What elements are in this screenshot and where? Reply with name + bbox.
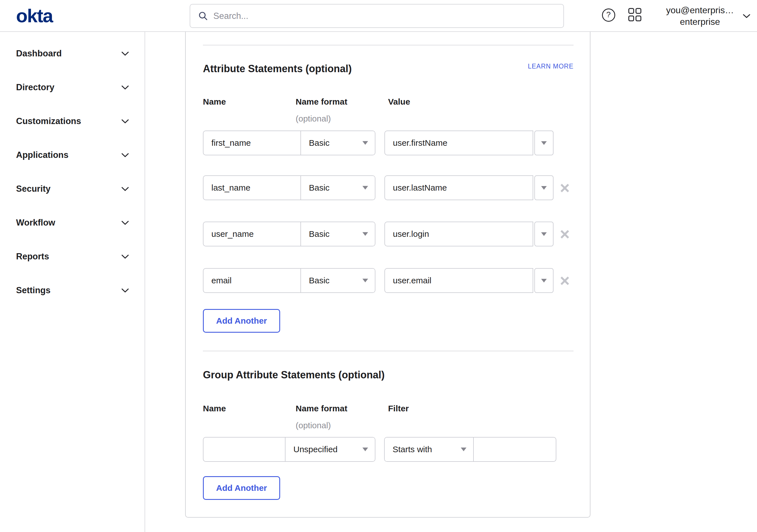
chevron-down-icon (121, 187, 129, 191)
account-menu[interactable]: you@enterpris… enterprise (666, 0, 750, 32)
value-dropdown-button[interactable] (534, 175, 554, 200)
chevron-down-icon (121, 85, 129, 90)
dropdown-arrow-icon (541, 186, 547, 190)
attribute-value-input[interactable] (384, 131, 533, 155)
group-filter-control: Starts with (384, 437, 556, 462)
column-header-filter: Filter (388, 404, 409, 413)
sidebar-item-customizations[interactable]: Customizations (0, 112, 145, 130)
attribute-row: Basic (186, 222, 590, 246)
group-name-format-select[interactable]: Unspecified (286, 438, 375, 461)
add-another-attribute-button[interactable]: Add Another (203, 309, 280, 333)
dropdown-arrow-icon (362, 448, 368, 452)
chevron-down-icon (121, 51, 129, 56)
help-icon: ? (602, 9, 615, 22)
sidebar-item-reports[interactable]: Reports (0, 248, 145, 265)
attribute-name-input[interactable] (203, 131, 301, 155)
sidebar-item-label: Applications (16, 150, 69, 160)
name-format-control: Basic (203, 222, 376, 246)
chevron-down-icon (121, 254, 129, 259)
name-format-select[interactable]: Basic (301, 176, 375, 200)
value-dropdown-button[interactable] (534, 131, 554, 155)
sidebar: Dashboard Directory Customizations Appli… (0, 32, 145, 532)
select-value: Basic (309, 229, 329, 239)
apps-grid-icon (628, 8, 642, 22)
column-header-name-format: Name format (296, 97, 347, 107)
group-attribute-statements-title: Group Attribute Statements (optional) (203, 369, 385, 381)
search-box (190, 4, 564, 28)
dropdown-arrow-icon (362, 232, 368, 236)
name-format-select[interactable]: Basic (301, 131, 375, 155)
column-header-value: Value (388, 97, 410, 107)
help-button[interactable]: ? (601, 8, 616, 22)
sidebar-item-settings[interactable]: Settings (0, 282, 145, 299)
attribute-name-input[interactable] (203, 222, 301, 246)
apps-grid-button[interactable] (628, 7, 642, 22)
remove-row-button[interactable] (560, 275, 570, 286)
sidebar-item-security[interactable]: Security (0, 180, 145, 198)
learn-more-link[interactable]: LEARN MORE (203, 62, 574, 70)
close-icon (560, 229, 570, 240)
sidebar-item-dashboard[interactable]: Dashboard (0, 45, 145, 62)
select-value: Basic (309, 183, 329, 193)
dropdown-arrow-icon (541, 232, 547, 236)
remove-row-button[interactable] (560, 229, 570, 240)
attribute-value-input[interactable] (384, 268, 533, 293)
okta-admin-page: okta ? you@enterpris… enterprise (0, 0, 757, 532)
remove-row-button[interactable] (560, 183, 570, 193)
group-name-format-control: Unspecified (203, 437, 376, 462)
sidebar-item-label: Dashboard (16, 48, 62, 59)
attribute-row: Basic (186, 131, 590, 155)
group-filter-value-input[interactable] (474, 438, 556, 461)
group-filter-type-select[interactable]: Starts with (385, 438, 474, 461)
select-value: Unspecified (293, 445, 338, 454)
chevron-down-icon (121, 220, 129, 225)
column-note-optional: (optional) (296, 421, 331, 430)
dropdown-arrow-icon (362, 141, 368, 145)
search-icon (198, 11, 208, 21)
topbar: okta ? you@enterpris… enterprise (0, 0, 757, 32)
name-format-control: Basic (203, 175, 376, 200)
group-name-input[interactable] (203, 438, 286, 461)
dropdown-arrow-icon (541, 279, 547, 283)
attribute-name-input[interactable] (203, 269, 301, 292)
sidebar-item-label: Reports (16, 251, 49, 262)
sidebar-item-directory[interactable]: Directory (0, 78, 145, 96)
value-dropdown-button[interactable] (534, 268, 554, 293)
group-attribute-row: Unspecified Starts with (186, 437, 590, 462)
account-org: enterprise (666, 16, 734, 28)
attribute-value-input[interactable] (384, 222, 533, 246)
name-format-control: Basic (203, 268, 376, 293)
attribute-name-input[interactable] (203, 176, 301, 200)
name-format-select[interactable]: Basic (301, 222, 375, 246)
saml-settings-card: Attribute Statements (optional) LEARN MO… (185, 32, 590, 517)
search-input[interactable] (213, 11, 557, 21)
chevron-down-icon (121, 288, 129, 293)
attribute-row: Basic (186, 175, 590, 200)
sidebar-item-label: Settings (16, 285, 50, 296)
name-format-select[interactable]: Basic (301, 269, 375, 292)
chevron-down-icon (121, 153, 129, 158)
sidebar-item-label: Workflow (16, 218, 55, 228)
section-divider (203, 45, 574, 46)
dropdown-arrow-icon (541, 141, 547, 145)
column-note-optional: (optional) (296, 114, 331, 123)
value-dropdown-button[interactable] (534, 222, 554, 246)
sidebar-item-applications[interactable]: Applications (0, 146, 145, 164)
sidebar-item-workflow[interactable]: Workflow (0, 214, 145, 232)
sidebar-item-label: Customizations (16, 116, 81, 126)
column-header-name: Name (203, 97, 226, 107)
column-header-name-format: Name format (296, 404, 347, 413)
select-value: Basic (309, 138, 329, 148)
name-format-control: Basic (203, 131, 376, 155)
account-identity: you@enterpris… enterprise (666, 5, 734, 28)
close-icon (560, 275, 570, 286)
chevron-down-icon (743, 14, 750, 18)
close-icon (560, 183, 570, 193)
column-header-name: Name (203, 404, 226, 413)
okta-logo[interactable]: okta (16, 0, 53, 31)
sidebar-item-label: Security (16, 184, 50, 194)
add-another-group-attribute-button[interactable]: Add Another (203, 476, 280, 500)
select-value: Basic (309, 276, 329, 285)
attribute-value-input[interactable] (384, 175, 533, 200)
section-divider (203, 351, 574, 351)
